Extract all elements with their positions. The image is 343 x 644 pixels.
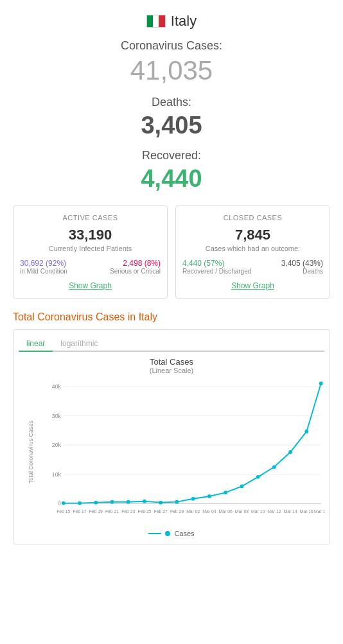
closed-cases-title: CLOSED CASES — [182, 214, 323, 222]
chart-tabs: linear logarithmic — [19, 336, 324, 352]
country-name: Italy — [171, 13, 197, 30]
svg-text:Mar 16: Mar 16 — [300, 509, 313, 514]
svg-text:Mar 14: Mar 14 — [284, 509, 297, 514]
svg-text:Feb 17: Feb 17 — [73, 509, 87, 514]
deaths-card-value: 3,405 (43%) — [281, 259, 323, 268]
svg-point-28 — [62, 501, 66, 505]
svg-point-43 — [305, 430, 309, 433]
svg-text:Feb 25: Feb 25 — [138, 509, 152, 514]
svg-text:10k: 10k — [52, 471, 62, 478]
closed-stats-row: 4,440 (57%) Recovered / Discharged 3,405… — [182, 259, 323, 275]
chart-svg: 40k 30k 20k 10k 0 Feb 15 Feb 17 Feb 19 F… — [37, 378, 324, 526]
mild-value: 30,692 (92%) — [20, 259, 67, 268]
deaths-value: 3,405 — [13, 112, 330, 139]
active-cases-value: 33,190 — [20, 227, 161, 243]
svg-point-33 — [143, 500, 147, 503]
serious-stat: 2,498 (8%) Serious or Critical — [110, 259, 161, 275]
y-axis-label: Total Coronavirus Cases — [28, 421, 34, 483]
italy-flag — [146, 15, 166, 28]
mild-desc: in Mild Condition — [20, 268, 67, 275]
recovered-section: Recovered: 4,440 — [13, 149, 330, 193]
svg-text:Mar 18: Mar 18 — [315, 509, 324, 514]
chart-title: Total Cases — [19, 357, 324, 367]
deaths-card-desc: Deaths — [281, 268, 323, 275]
svg-text:Feb 21: Feb 21 — [105, 509, 119, 514]
active-cases-card: ACTIVE CASES 33,190 Currently Infected P… — [13, 205, 168, 299]
cases-section: Coronavirus Cases: 41,035 — [13, 39, 330, 86]
serious-value: 2,498 (8%) — [110, 259, 161, 268]
chart-section-title: Total Coronavirus Cases in Italy — [13, 311, 330, 323]
active-show-graph-link[interactable]: Show Graph — [20, 281, 161, 290]
mild-stat: 30,692 (92%) in Mild Condition — [20, 259, 67, 275]
svg-text:Feb 27: Feb 27 — [154, 509, 168, 514]
svg-text:Feb 19: Feb 19 — [89, 509, 103, 514]
svg-point-41 — [272, 465, 276, 469]
svg-text:Feb 29: Feb 29 — [170, 509, 184, 514]
deaths-label: Deaths: — [13, 96, 330, 109]
deaths-section: Deaths: 3,405 — [13, 96, 330, 139]
closed-cases-value: 7,845 — [182, 227, 323, 243]
recovered-card-stat: 4,440 (57%) Recovered / Discharged — [182, 259, 251, 275]
svg-point-44 — [319, 381, 323, 385]
tab-linear[interactable]: linear — [19, 336, 53, 352]
legend-label: Cases — [174, 530, 194, 537]
svg-text:30k: 30k — [52, 413, 62, 419]
svg-text:Mar 06: Mar 06 — [219, 509, 233, 514]
recovered-card-desc: Recovered / Discharged — [182, 268, 251, 275]
chart-container: linear logarithmic Total Cases (Linear S… — [13, 329, 330, 544]
active-cases-sublabel: Currently Infected Patients — [20, 245, 161, 252]
recovered-card-value: 4,440 (57%) — [182, 259, 251, 268]
svg-point-31 — [110, 500, 114, 504]
recovered-label: Recovered: — [13, 149, 330, 162]
deaths-card-stat: 3,405 (43%) Deaths — [281, 259, 323, 275]
svg-text:0: 0 — [58, 500, 61, 507]
svg-point-40 — [256, 475, 260, 479]
svg-point-29 — [78, 501, 82, 505]
cases-value: 41,035 — [13, 55, 330, 86]
chart-section: Total Coronavirus Cases in Italy linear … — [13, 311, 330, 544]
svg-point-39 — [240, 484, 244, 488]
svg-text:Mar 04: Mar 04 — [203, 509, 216, 514]
svg-point-32 — [127, 500, 130, 504]
chart-legend: Cases — [19, 530, 324, 537]
recovered-value: 4,440 — [13, 165, 330, 193]
legend-line — [148, 533, 161, 534]
svg-point-42 — [289, 450, 293, 454]
active-cases-title: ACTIVE CASES — [20, 214, 161, 222]
closed-show-graph-link[interactable]: Show Graph — [182, 281, 323, 290]
tab-logarithmic[interactable]: logarithmic — [53, 336, 105, 352]
svg-point-36 — [191, 497, 195, 501]
svg-point-38 — [224, 491, 228, 494]
svg-point-37 — [207, 494, 211, 498]
closed-cases-card: CLOSED CASES 7,845 Cases which had an ou… — [175, 205, 330, 299]
svg-text:Mar 10: Mar 10 — [252, 509, 265, 514]
cases-label: Coronavirus Cases: — [13, 39, 330, 53]
svg-text:Mar 02: Mar 02 — [187, 509, 200, 514]
chart-subtitle: (Linear Scale) — [19, 367, 324, 374]
active-stats-row: 30,692 (92%) in Mild Condition 2,498 (8%… — [20, 259, 161, 275]
country-header: Italy — [13, 13, 330, 30]
svg-point-30 — [94, 501, 98, 505]
serious-desc: Serious or Critical — [110, 268, 161, 275]
svg-text:Mar 12: Mar 12 — [268, 509, 281, 514]
svg-text:Feb 15: Feb 15 — [57, 509, 71, 514]
svg-text:Feb 23: Feb 23 — [122, 509, 136, 514]
cards-row: ACTIVE CASES 33,190 Currently Infected P… — [13, 205, 330, 299]
closed-cases-sublabel: Cases which had an outcome: — [182, 245, 323, 252]
svg-point-35 — [175, 500, 179, 504]
legend-dot — [165, 531, 170, 536]
svg-text:20k: 20k — [52, 442, 62, 448]
svg-text:40k: 40k — [52, 383, 62, 390]
svg-text:Mar 08: Mar 08 — [235, 509, 249, 514]
svg-point-34 — [159, 501, 163, 505]
